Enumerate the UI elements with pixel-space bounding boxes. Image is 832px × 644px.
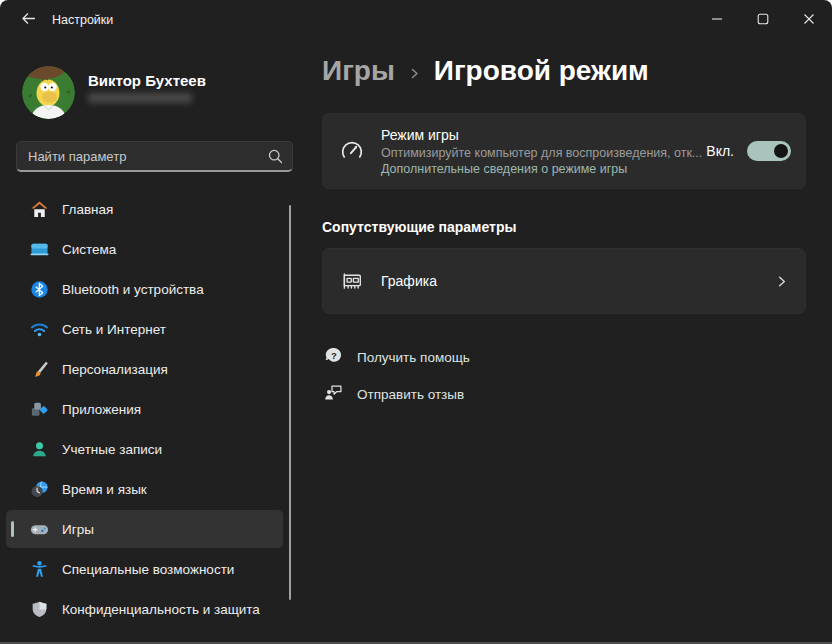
- sidebar-item-apps[interactable]: Приложения: [6, 390, 283, 428]
- arrow-left-icon: [20, 10, 37, 31]
- sidebar: Виктор Бухтеев Главная Система: [0, 40, 300, 644]
- breadcrumb: Игры Игровой режим: [322, 55, 649, 87]
- home-icon: [30, 200, 49, 219]
- sidebar-item-bluetooth[interactable]: Bluetooth и устройства: [6, 270, 283, 308]
- feedback-icon: [324, 383, 343, 406]
- accounts-icon: [30, 440, 49, 459]
- help-icon: ?: [324, 346, 343, 369]
- time-language-icon: [30, 480, 49, 499]
- sidebar-item-label: Учетные записи: [62, 442, 162, 457]
- related-settings-header: Сопутствующие параметры: [322, 219, 516, 235]
- sidebar-item-gaming[interactable]: Игры: [6, 510, 283, 548]
- sidebar-scrollbar[interactable]: [289, 205, 291, 600]
- sidebar-nav: Главная Система Bluetooth и устройства С…: [6, 190, 283, 644]
- search-input[interactable]: [16, 141, 293, 172]
- game-mode-text: Режим игры Оптимизируйте компьютер для в…: [381, 127, 702, 176]
- footer-links: ? Получить помощь Отправить отзыв: [324, 345, 470, 419]
- send-feedback-link[interactable]: Отправить отзыв: [324, 382, 470, 406]
- gamepad-icon: [30, 520, 49, 539]
- game-mode-card: Режим игры Оптимизируйте компьютер для в…: [322, 113, 806, 189]
- personalization-icon: [30, 360, 49, 379]
- sidebar-item-label: Время и язык: [62, 482, 147, 497]
- graphics-label: Графика: [381, 273, 437, 289]
- gpu-icon: [323, 269, 381, 294]
- sidebar-item-label: Bluetooth и устройства: [62, 282, 204, 297]
- footer-link-label: Получить помощь: [357, 350, 470, 365]
- gauge-icon: [323, 138, 381, 164]
- sidebar-item-label: Персонализация: [62, 362, 168, 377]
- network-icon: [30, 320, 49, 339]
- apps-icon: [30, 400, 49, 419]
- back-button[interactable]: [10, 5, 46, 35]
- breadcrumb-parent[interactable]: Игры: [322, 55, 395, 87]
- sidebar-item-label: Игры: [62, 522, 94, 537]
- profile-name: Виктор Бухтеев: [88, 72, 206, 89]
- profile-email-redacted: [88, 93, 192, 103]
- sidebar-item-label: Приложения: [62, 402, 141, 417]
- game-mode-description: Оптимизируйте компьютер для воспроизведе…: [381, 146, 702, 160]
- app-title: Настройки: [52, 0, 113, 40]
- search-box: [16, 141, 293, 172]
- game-mode-learn-more-link[interactable]: Дополнительные сведения о режиме игры: [381, 162, 702, 176]
- avatar: [22, 66, 75, 119]
- toggle-knob: [774, 144, 788, 158]
- footer-link-label: Отправить отзыв: [357, 387, 464, 402]
- get-help-link[interactable]: ? Получить помощь: [324, 345, 470, 369]
- toggle-group: Вкл.: [706, 141, 791, 161]
- accessibility-icon: [30, 560, 49, 579]
- sidebar-item-network[interactable]: Сеть и Интернет: [6, 310, 283, 348]
- chevron-right-icon: [408, 67, 421, 80]
- page-title: Игровой режим: [434, 55, 649, 87]
- chevron-right-icon: [774, 274, 789, 289]
- search-icon[interactable]: [267, 148, 284, 165]
- sidebar-item-accessibility[interactable]: Специальные возможности: [6, 550, 283, 588]
- sidebar-item-system[interactable]: Система: [6, 230, 283, 268]
- toggle-state-label: Вкл.: [706, 143, 734, 159]
- game-mode-toggle[interactable]: [747, 141, 791, 161]
- graphics-card-row[interactable]: Графика: [322, 248, 806, 314]
- bluetooth-icon: [30, 280, 49, 299]
- settings-window: Настройки: [0, 0, 832, 644]
- sidebar-item-privacy[interactable]: Конфиденциальность и защита: [6, 590, 283, 628]
- sidebar-item-home[interactable]: Главная: [6, 190, 283, 228]
- main-content: Игры Игровой режим Режим игры Оптимизиру…: [300, 0, 832, 644]
- sidebar-item-accounts[interactable]: Учетные записи: [6, 430, 283, 468]
- sidebar-item-personalization[interactable]: Персонализация: [6, 350, 283, 388]
- svg-text:?: ?: [331, 349, 337, 360]
- sidebar-item-label: Главная: [62, 202, 113, 217]
- sidebar-item-label: Конфиденциальность и защита: [62, 602, 260, 617]
- sidebar-item-label: Система: [62, 242, 116, 257]
- shield-icon: [30, 600, 49, 619]
- sidebar-item-label: Сеть и Интернет: [62, 322, 166, 337]
- system-icon: [30, 240, 49, 259]
- game-mode-title: Режим игры: [381, 127, 702, 143]
- sidebar-item-label: Специальные возможности: [62, 562, 234, 577]
- sidebar-item-time-language[interactable]: Время и язык: [6, 470, 283, 508]
